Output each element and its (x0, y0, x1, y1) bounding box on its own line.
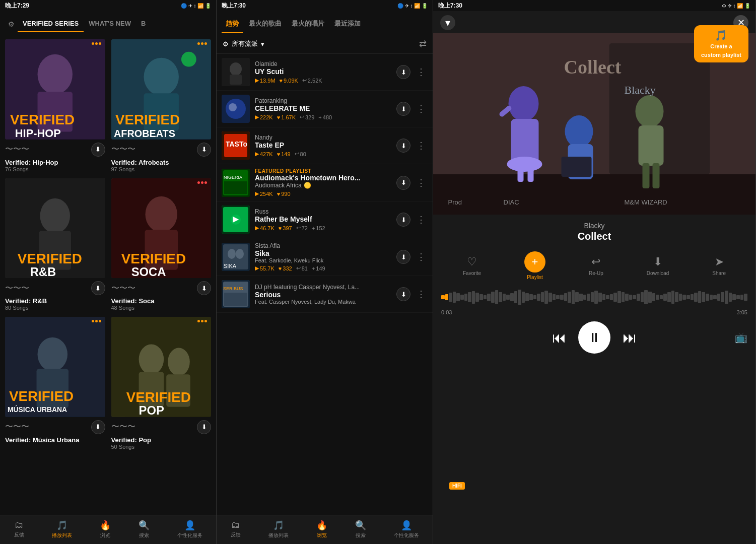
more-sista[interactable]: ⋮ (415, 251, 428, 262)
featured-artist: Audiomack Africa (255, 182, 302, 189)
more-olamide[interactable]: ⋮ (415, 66, 428, 78)
more-djph[interactable]: ⋮ (415, 289, 428, 300)
nav-browse-1[interactable]: 🔥 浏览 (100, 520, 111, 539)
nav-feedback-1[interactable]: 🗂 反馈 (14, 520, 24, 538)
browse-icon-1: 🔥 (100, 520, 111, 531)
hiphop-art: VERIFIED HIP-HOP (5, 39, 105, 140)
tab-recent[interactable]: 最近添加 (330, 15, 365, 33)
svg-rect-36 (230, 75, 242, 85)
download-btn-soca[interactable]: ⬇ (197, 281, 211, 295)
sista-plays: ▶ 55.7K (255, 265, 274, 271)
chevron-down-btn[interactable]: ▾ (440, 15, 455, 30)
soca-title: Verified: Soca (111, 297, 212, 305)
img-pop: VERIFIED POP (111, 317, 212, 417)
create-playlist-fab[interactable]: 🎵 Create a custom playlist (694, 25, 748, 62)
svg-point-53 (228, 249, 236, 259)
track-item-russ[interactable]: ▶ Russ Rather Be Myself ▶ 46.7K ♥ 397 ↩ … (217, 201, 433, 238)
track-item-nandy[interactable]: TASTo Nandy Taste EP ▶ 427K ♥ 149 ↩ 80 ⬇… (217, 127, 433, 164)
olamide-img (222, 58, 250, 86)
feedback-icon-2: 🗂 (231, 520, 240, 530)
russ-title: Rather Be Myself (255, 215, 391, 223)
patoranking-plus: + 480 (318, 114, 332, 120)
svg-text:Collect: Collect (564, 56, 622, 78)
reup-btn[interactable]: ↩ Re-Up (589, 255, 603, 276)
heart-icon: ♡ (467, 255, 477, 268)
playlist-add-btn[interactable]: + Playlist (524, 251, 545, 280)
next-btn[interactable]: ⏭ (623, 329, 637, 346)
sista-artist: Sista Afia (255, 242, 391, 249)
pause-btn[interactable]: ⏸ (578, 321, 610, 354)
download-btn-afrobeats[interactable]: ⬇ (197, 143, 211, 157)
download-btn-musica[interactable]: ⬇ (91, 420, 105, 434)
more-featured[interactable]: ⋮ (415, 177, 428, 188)
dl-btn-featured[interactable]: ⬇ (396, 176, 410, 190)
playlist-card-soca[interactable]: VERIFIED SOCA 〜〜〜 ⬇ Verified: Soca 48 So… (111, 178, 212, 311)
track-item-featured[interactable]: NIGERIA FEATURED PLAYLIST Audiomack's Ho… (217, 164, 433, 201)
cast-icon[interactable]: 📺 (735, 331, 747, 344)
track-item-olamide[interactable]: Olamide UY Scuti ▶ 13.9M ♥ 9.09K ↩ 2.52K… (217, 54, 433, 91)
more-patoranking[interactable]: ⋮ (415, 103, 428, 114)
waveform-icon-pop: 〜〜〜 (111, 422, 135, 432)
playlist-img-hiphop: VERIFIED HIP-HOP (5, 39, 105, 140)
nav-search-1[interactable]: 🔍 搜索 (139, 520, 150, 539)
sista-img: SIKA (222, 243, 250, 271)
nav-personal-2[interactable]: 👤 个性化服务 (394, 520, 419, 539)
track-item-patoranking[interactable]: Patoranking CELEBRATE ME ▶ 222K ♥ 1.67K … (217, 91, 433, 127)
svg-rect-63 (433, 174, 755, 215)
thumb-featured: NIGERIA (222, 169, 250, 197)
dl-btn-djph[interactable]: ⬇ (396, 287, 410, 301)
tab-hot-albums[interactable]: 最火的唱片 (288, 15, 328, 33)
download-label: Download (647, 270, 669, 276)
genre-filter[interactable]: ⚙ 所有流派 ▾ (223, 39, 264, 48)
nav-feedback-2[interactable]: 🗂 反馈 (231, 520, 241, 538)
playlist-card-pop[interactable]: VERIFIED POP 〜〜〜 ⬇ Verified: Pop 50 Song… (111, 317, 212, 450)
featured-sub: Audiomack Africa 🟡 (255, 182, 391, 189)
download-btn-pop[interactable]: ⬇ (197, 420, 211, 434)
filter-icon[interactable]: ⚙ (5, 16, 18, 32)
dl-btn-nandy[interactable]: ⬇ (396, 139, 410, 153)
tab-whats-new[interactable]: WHAT'S NEW (84, 16, 136, 32)
tab-trend[interactable]: 趋势 (222, 15, 243, 33)
download-btn-rnb[interactable]: ⬇ (91, 281, 105, 295)
nav-browse-2[interactable]: 🔥 浏览 (316, 520, 327, 539)
track-item-sista[interactable]: SIKA Sista Afia Sika Feat. Sarkodie, Kwe… (217, 238, 433, 276)
playlist-card-hiphop[interactable]: VERIFIED HIP-HOP 〜〜〜 ⬇ Verified: Hip-Hop… (5, 39, 105, 172)
sista-feat: Feat. Sarkodie, Kweku Flick (255, 257, 391, 263)
favorite-btn[interactable]: ♡ Favorite (463, 255, 481, 276)
nav-search-2[interactable]: 🔍 搜索 (355, 520, 366, 539)
nav-playlist-1[interactable]: 🎵 播放列表 (52, 520, 72, 539)
player-title: Collect (441, 231, 747, 242)
reup-label: Re-Up (589, 270, 603, 276)
chevron-down-icon: ▾ (261, 40, 264, 48)
nav-personal-1[interactable]: 👤 个性化服务 (177, 520, 202, 539)
djph-feat: Feat. Cassper Nyovest, Lady Du, Makwa (255, 299, 391, 305)
prev-btn[interactable]: ⏮ (552, 329, 566, 346)
more-nandy[interactable]: ⋮ (415, 140, 428, 151)
search-icon-1: 🔍 (139, 520, 150, 531)
download-btn-hiphop[interactable]: ⬇ (91, 143, 105, 157)
dl-btn-sista[interactable]: ⬇ (396, 250, 410, 264)
playlist-card-musica[interactable]: VERIFIED MÚSICA URBANA 〜〜〜 ⬇ Verified: M… (5, 317, 105, 450)
dl-btn-patoranking[interactable]: ⬇ (396, 102, 410, 116)
download-btn-p3[interactable]: ⬇ Download (647, 255, 669, 276)
share-btn[interactable]: ➤ Share (712, 255, 726, 276)
tab-verified-series[interactable]: VERIFIED SERIES (18, 16, 84, 32)
dl-btn-olamide[interactable]: ⬇ (396, 65, 410, 79)
patoranking-hearts: ♥ 1.67K (277, 114, 296, 120)
dl-btn-russ[interactable]: ⬇ (396, 213, 410, 227)
nandy-img: TASTo (222, 131, 250, 160)
nav-playlist-2[interactable]: 🎵 播放列表 (268, 520, 289, 539)
shuffle-icon[interactable]: ⇄ (419, 38, 427, 49)
soca-art: VERIFIED SOCA (111, 178, 212, 279)
svg-text:AFROBEATS: AFROBEATS (113, 128, 175, 139)
playlist-card-afrobeats[interactable]: VERIFIED AFROBEATS 〜〜〜 ⬇ Verified: Afrob… (111, 39, 212, 172)
waveform-container[interactable]: 0:03 3:05 (433, 285, 755, 317)
more-russ[interactable]: ⋮ (415, 214, 428, 225)
share-icon: ➤ (715, 255, 724, 268)
afrobeats-art: VERIFIED AFROBEATS (111, 39, 212, 140)
tab-b[interactable]: B (136, 16, 151, 32)
svg-text:SOCA: SOCA (131, 264, 166, 278)
playlist-card-rnb[interactable]: VERIFIED R&B 〜〜〜 ⬇ Verified: R&B 80 Song… (5, 178, 105, 311)
tab-hot-songs[interactable]: 最火的歌曲 (245, 15, 286, 33)
track-item-djph[interactable]: SER.BUS DJ pH featuring Cassper Nyovest,… (217, 276, 433, 313)
